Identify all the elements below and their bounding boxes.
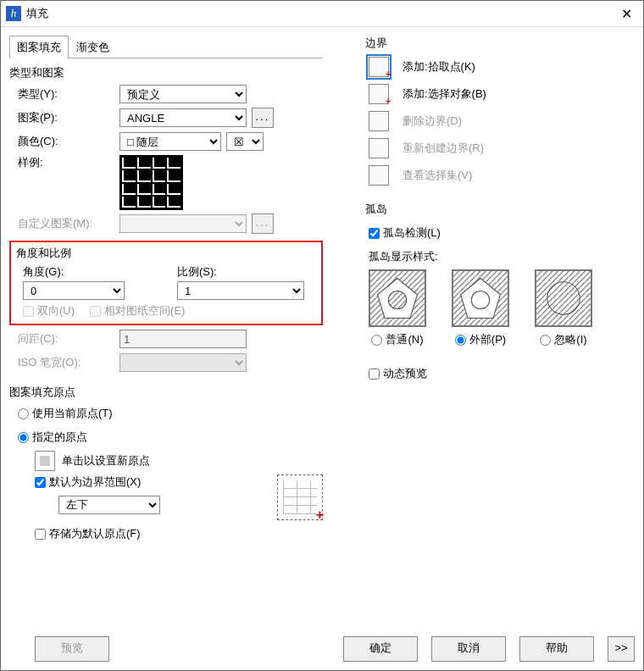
type-select[interactable]: 预定义 bbox=[119, 85, 247, 103]
island-style-label: 孤岛显示样式: bbox=[369, 249, 635, 264]
angle-select[interactable]: 0 bbox=[23, 281, 125, 300]
use-current-origin-radio[interactable]: 使用当前原点(T) bbox=[18, 406, 113, 421]
group-origin: 图案填充原点 bbox=[9, 385, 323, 400]
tab-pattern-fill[interactable]: 图案填充 bbox=[9, 36, 69, 58]
scale-label: 比例(S): bbox=[177, 264, 316, 280]
group-angle-scale: 角度和比例 bbox=[16, 246, 316, 261]
custom-pattern-label: 自定义图案(M): bbox=[18, 216, 119, 231]
recreate-boundary-icon bbox=[369, 138, 389, 158]
select-objects-icon[interactable]: + bbox=[369, 84, 389, 104]
color-select[interactable]: □ 随层 bbox=[119, 132, 221, 151]
custom-pattern-browse: ... bbox=[252, 214, 274, 234]
pick-points-icon[interactable]: + bbox=[369, 57, 389, 77]
tabs: 图案填充 渐变色 bbox=[9, 36, 323, 58]
color-swatch-select[interactable]: ☒ bbox=[226, 132, 264, 151]
pattern-label: 图案(P): bbox=[18, 110, 119, 125]
dynamic-preview-check[interactable]: 动态预览 bbox=[369, 366, 427, 381]
titlebar: h 填充 ✕ bbox=[1, 1, 643, 27]
click-new-origin-label: 单击以设置新原点 bbox=[62, 453, 150, 469]
set-origin-icon[interactable] bbox=[35, 451, 55, 471]
origin-preview-icon bbox=[277, 474, 323, 520]
iso-select bbox=[119, 353, 247, 372]
pick-points-label: 添加:拾取点(K) bbox=[402, 59, 475, 75]
sample-preview[interactable] bbox=[119, 155, 183, 210]
spacing-input bbox=[119, 330, 247, 348]
ok-button[interactable]: 确定 bbox=[343, 636, 418, 662]
svg-rect-6 bbox=[536, 271, 591, 325]
island-outer-preview[interactable] bbox=[452, 269, 509, 327]
scale-select[interactable]: 1 bbox=[177, 281, 304, 300]
svg-point-2 bbox=[388, 291, 406, 308]
relpaper-check: 相对图纸空间(E) bbox=[90, 303, 185, 319]
help-button[interactable]: 帮助 bbox=[519, 636, 594, 662]
specified-origin-radio[interactable]: 指定的原点 bbox=[18, 430, 87, 445]
angle-scale-highlight: 角度和比例 角度(G): 比例(S): 0 1 双向(U) 相对图纸空间(E) bbox=[9, 241, 323, 325]
island-ignore-preview[interactable] bbox=[535, 269, 592, 327]
angle-label: 角度(G): bbox=[23, 264, 162, 280]
island-outer-radio[interactable]: 外部(P) bbox=[455, 332, 506, 347]
type-label: 类型(Y): bbox=[18, 86, 119, 102]
island-ignore-radio[interactable]: 忽略(I) bbox=[540, 332, 586, 347]
window-title: 填充 bbox=[26, 6, 609, 21]
group-type-pattern: 类型和图案 bbox=[9, 65, 323, 80]
recreate-boundary-label: 重新创建边界(R) bbox=[402, 141, 484, 156]
store-default-origin-check[interactable]: 存储为默认原点(F) bbox=[35, 526, 141, 541]
cancel-button[interactable]: 取消 bbox=[431, 636, 506, 662]
bidir-check: 双向(U) bbox=[23, 303, 75, 319]
expand-button[interactable]: >> bbox=[608, 636, 635, 662]
sample-label: 样例: bbox=[18, 155, 119, 170]
view-selection-icon bbox=[369, 165, 389, 186]
select-objects-label: 添加:选择对象(B) bbox=[402, 86, 486, 102]
origin-pos-select[interactable]: 左下 bbox=[58, 496, 160, 514]
tab-gradient[interactable]: 渐变色 bbox=[69, 36, 117, 58]
island-normal-radio[interactable]: 普通(N) bbox=[371, 332, 423, 347]
view-selection-label: 查看选择集(V) bbox=[402, 168, 472, 183]
island-normal-preview[interactable] bbox=[369, 269, 426, 327]
default-extent-check[interactable]: 默认为边界范围(X) bbox=[35, 474, 141, 490]
group-islands: 孤岛 bbox=[365, 202, 635, 217]
iso-label: ISO 笔宽(O): bbox=[18, 355, 119, 370]
app-icon: h bbox=[6, 6, 21, 21]
delete-boundary-label: 删除边界(D) bbox=[402, 114, 462, 129]
svg-point-5 bbox=[471, 291, 489, 308]
pattern-select[interactable]: ANGLE bbox=[119, 108, 247, 127]
dialog-window: h 填充 ✕ 图案填充 渐变色 类型和图案 类型(Y): 预定义 图案(P): … bbox=[0, 0, 644, 671]
preview-button: 预览 bbox=[35, 636, 109, 662]
delete-boundary-icon bbox=[369, 111, 389, 131]
close-button[interactable]: ✕ bbox=[609, 6, 643, 22]
island-detect-check[interactable]: 孤岛检测(L) bbox=[369, 225, 441, 241]
group-boundary: 边界 bbox=[365, 36, 635, 51]
spacing-label: 间距(C): bbox=[18, 331, 119, 347]
footer: 预览 确定 取消 帮助 >> bbox=[9, 636, 643, 662]
custom-pattern-select bbox=[119, 214, 247, 233]
pattern-browse-button[interactable]: ... bbox=[252, 108, 274, 128]
color-label: 颜色(C): bbox=[18, 134, 119, 149]
